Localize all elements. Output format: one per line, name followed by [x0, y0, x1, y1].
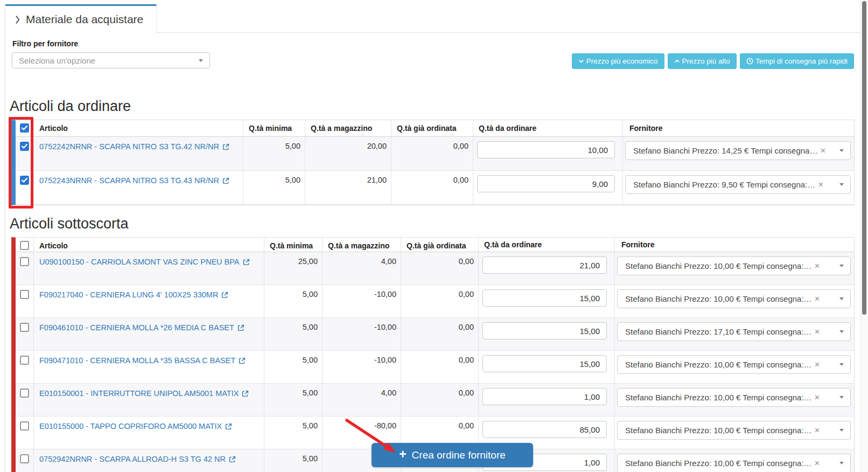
select-all-checkbox[interactable] — [20, 241, 29, 250]
external-link-icon — [225, 423, 232, 430]
sort-fastest-delivery-button[interactable]: Tempi di consegna più rapidi — [740, 53, 854, 69]
supplier-select[interactable]: Stefano Bianchi Prezzo: 10,00 € Tempi co… — [617, 289, 851, 308]
supplier-select[interactable]: Stefano Bianchi Prezzo: 10,00 € Tempi co… — [617, 388, 851, 407]
external-link-icon — [243, 259, 250, 266]
tab-bar-divider — [157, 32, 868, 33]
clear-icon[interactable]: × — [815, 426, 820, 435]
qty-to-order-input[interactable] — [477, 141, 615, 158]
supplier-select[interactable]: Stefano Bianchi Prezzo: 10,00 € Tempi co… — [617, 256, 851, 275]
sort-highest-price-button[interactable]: Prezzo più alto — [668, 53, 737, 69]
qty-to-order-cell — [478, 252, 614, 284]
table-body: U090100150 - CARRIOLA SMONT VAS ZINC PNE… — [16, 252, 854, 472]
supplier-select[interactable]: Stefano Bianchi Prezzo: 10,00 € Tempi co… — [617, 355, 851, 374]
table-row: 0752243NRNR - SCARPA NITRO S3 TG.43 NR/N… — [16, 171, 854, 205]
supplier-select[interactable]: Stefano Bianchi Prezzo: 17,10 € Tempi co… — [617, 322, 851, 341]
row-checkbox[interactable] — [20, 290, 29, 299]
sort-fastest-delivery-label: Tempi di consegna più rapidi — [755, 57, 848, 65]
article-link[interactable]: 0752942NRNR - SCARPA ALLROAD-H S3 TG 42 … — [39, 455, 236, 463]
article-label: E010155000 - TAPPO COPRIFORO AM5000 MATI… — [39, 422, 222, 431]
qty-to-order-input[interactable] — [482, 322, 607, 339]
create-supplier-order-button[interactable]: + Crea ordine fornitore — [372, 443, 533, 467]
qty-to-order-cell — [478, 384, 614, 416]
clear-icon[interactable]: × — [815, 360, 820, 369]
article-label: 0752942NRNR - SCARPA ALLROAD-H S3 TG 42 … — [39, 455, 226, 463]
row-checkbox-cell — [16, 417, 33, 449]
supplier-select-value: Stefano Bianchi Prezzo: 9,50 € Tempi con… — [633, 180, 815, 189]
row-checkbox[interactable] — [20, 176, 29, 185]
column-header-qta-gia-ordinata: Q.tà già ordinata — [391, 120, 473, 136]
row-checkbox[interactable] — [20, 454, 29, 463]
clear-icon[interactable]: × — [815, 294, 820, 303]
supplier-select-value: Stefano Bianchi Prezzo: 10,00 € Tempi co… — [625, 294, 812, 303]
article-link[interactable]: 0752242NRNR - SCARPA NITRO S3 TG.42 NR/N… — [39, 142, 229, 151]
qty-min-value: 5,00 — [243, 171, 305, 204]
article-cell: U090100150 - CARRIOLA SMONT VAS ZINC PNE… — [33, 252, 264, 284]
article-label: F090217040 - CERNIERA LUNG 4' 100X25 330… — [39, 290, 218, 299]
external-link-icon — [222, 177, 229, 184]
clear-icon[interactable]: × — [815, 261, 820, 270]
row-checkbox[interactable] — [20, 257, 29, 266]
qty-to-order-input[interactable] — [482, 289, 607, 307]
row-checkbox[interactable] — [20, 142, 29, 151]
article-link[interactable]: F090217040 - CERNIERA LUNG 4' 100X25 330… — [39, 290, 228, 299]
check-icon — [22, 178, 27, 183]
caret-down-icon — [839, 396, 844, 399]
qty-ordered-value: 0,00 — [401, 318, 478, 350]
scrollbar-track[interactable] — [860, 0, 868, 472]
qty-ordered-value: 0,00 — [401, 351, 478, 383]
qty-stock-value: -10,00 — [322, 351, 401, 383]
supplier-filter-select[interactable]: Seleziona un'opzione — [12, 52, 210, 68]
supplier-select[interactable]: Stefano Bianchi Prezzo: 9,50 € Tempi con… — [625, 175, 851, 194]
supplier-select-value: Stefano Bianchi Prezzo: 10,00 € Tempi co… — [625, 426, 812, 435]
qty-to-order-cell — [478, 351, 614, 383]
supplier-cell: Stefano Bianchi Prezzo: 17,10 € Tempi co… — [614, 318, 854, 350]
supplier-select[interactable]: Stefano Bianchi Prezzo: 10,00 € Tempi co… — [617, 454, 851, 472]
sort-cheapest-price-button[interactable]: Prezzo più economico — [572, 53, 664, 69]
column-header-qta-magazzino: Q.tà a magazzino — [305, 120, 391, 136]
clear-icon[interactable]: × — [815, 327, 820, 336]
supplier-select[interactable]: Stefano Bianchi Prezzo: 14,25 € Tempi co… — [625, 141, 851, 160]
article-label: 0752243NRNR - SCARPA NITRO S3 TG.43 NR/N… — [39, 176, 219, 185]
caret-down-icon — [839, 429, 844, 432]
sort-cheapest-price-label: Prezzo più economico — [586, 57, 658, 65]
row-checkbox[interactable] — [20, 388, 29, 398]
qty-to-order-input[interactable] — [482, 355, 607, 372]
qty-to-order-input[interactable] — [482, 421, 607, 438]
qty-min-value: 5,00 — [264, 351, 322, 383]
select-all-checkbox[interactable] — [20, 123, 29, 133]
caret-down-icon — [839, 330, 844, 333]
clear-icon[interactable]: × — [815, 459, 820, 468]
qty-to-order-input[interactable] — [482, 388, 607, 405]
qty-to-order-input[interactable] — [477, 175, 615, 192]
clear-icon[interactable]: × — [820, 146, 825, 155]
qty-ordered-value: 0,00 — [391, 171, 473, 204]
clear-icon[interactable]: × — [818, 180, 823, 189]
article-link[interactable]: E010155000 - TAPPO COPRIFORO AM5000 MATI… — [39, 422, 232, 431]
table-row: 0752242NRNR - SCARPA NITRO S3 TG.42 NR/N… — [16, 137, 854, 171]
row-checkbox[interactable] — [20, 323, 29, 332]
row-checkbox[interactable] — [20, 421, 29, 431]
article-link[interactable]: 0752243NRNR - SCARPA NITRO S3 TG.43 NR/N… — [39, 176, 229, 185]
row-checkbox[interactable] — [20, 356, 29, 365]
column-header-fornitore: Fornitore — [614, 238, 854, 252]
clear-icon[interactable]: × — [815, 393, 820, 402]
tab-materiale-da-acquistare[interactable]: Materiale da acquistare — [5, 4, 157, 33]
article-link[interactable]: F090471010 - CERNIERA MOLLA *35 BASSA C … — [39, 356, 246, 365]
chevron-right-icon — [15, 15, 20, 24]
supplier-select-value: Stefano Bianchi Prezzo: 10,00 € Tempi co… — [625, 261, 812, 270]
external-link-icon — [237, 324, 244, 331]
scrollbar-thumb[interactable] — [862, 1, 866, 315]
plus-icon: + — [399, 448, 406, 461]
qty-to-order-input[interactable] — [482, 256, 607, 274]
column-header-qta-gia-ordinata: Q.tà già ordinata — [401, 238, 478, 252]
qty-stock-value: 4,00 — [322, 384, 401, 416]
table-header-row: Articolo Q.tà minima Q.tà a magazzino Q.… — [16, 120, 854, 137]
supplier-select[interactable]: Stefano Bianchi Prezzo: 10,00 € Tempi co… — [617, 421, 851, 440]
article-label: U090100150 - CARRIOLA SMONT VAS ZINC PNE… — [39, 258, 240, 266]
supplier-cell: Stefano Bianchi Prezzo: 9,50 € Tempi con… — [622, 171, 854, 204]
article-link[interactable]: U090100150 - CARRIOLA SMONT VAS ZINC PNE… — [39, 258, 250, 266]
article-link[interactable]: F090461010 - CERNIERA MOLLA *26 MEDIA C … — [39, 323, 244, 332]
qty-stock-value: 20,00 — [305, 137, 391, 170]
check-icon — [22, 144, 27, 149]
article-link[interactable]: E010150001 - INTERRUTTORE UNIPOL AM5001 … — [39, 389, 249, 398]
